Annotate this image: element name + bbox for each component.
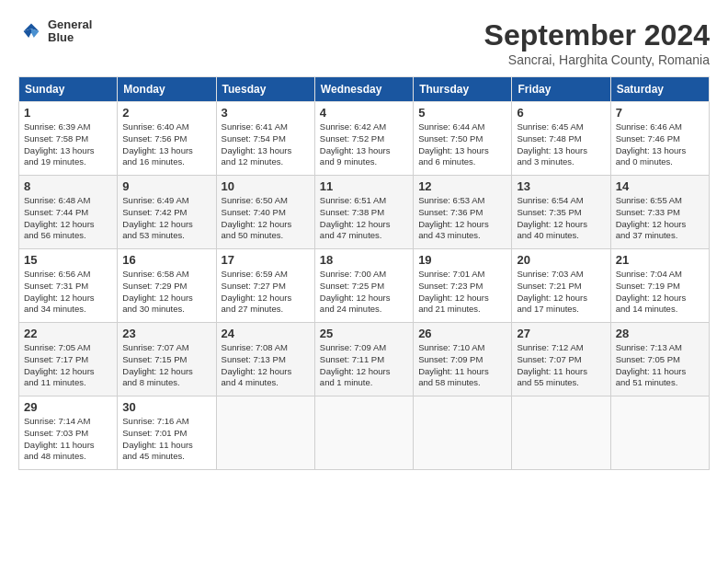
location-subtitle: Sancrai, Harghita County, Romania xyxy=(484,52,710,67)
day-number: 9 xyxy=(122,179,210,193)
calendar-cell: 16Sunrise: 6:58 AM Sunset: 7:29 PM Dayli… xyxy=(118,249,216,323)
calendar-cell: 6Sunrise: 6:45 AM Sunset: 7:48 PM Daylig… xyxy=(512,102,610,176)
calendar-cell: 21Sunrise: 7:04 AM Sunset: 7:19 PM Dayli… xyxy=(610,249,709,323)
day-info: Sunrise: 7:03 AM Sunset: 7:21 PM Dayligh… xyxy=(517,269,605,316)
day-info: Sunrise: 6:45 AM Sunset: 7:48 PM Dayligh… xyxy=(517,121,605,168)
day-info: Sunrise: 7:16 AM Sunset: 7:01 PM Dayligh… xyxy=(122,416,210,463)
calendar-cell: 10Sunrise: 6:50 AM Sunset: 7:40 PM Dayli… xyxy=(216,176,314,249)
calendar-cell: 12Sunrise: 6:53 AM Sunset: 7:36 PM Dayli… xyxy=(414,176,512,249)
day-number: 5 xyxy=(418,106,506,120)
day-number: 25 xyxy=(320,327,408,340)
calendar-cell: 28Sunrise: 7:13 AM Sunset: 7:05 PM Dayli… xyxy=(610,323,709,396)
day-number: 21 xyxy=(616,253,704,267)
day-info: Sunrise: 6:46 AM Sunset: 7:46 PM Dayligh… xyxy=(616,121,704,168)
day-info: Sunrise: 6:54 AM Sunset: 7:35 PM Dayligh… xyxy=(517,195,605,242)
day-info: Sunrise: 6:39 AM Sunset: 7:58 PM Dayligh… xyxy=(24,121,112,168)
page-header: General Blue September 2024 Sancrai, Har… xyxy=(18,18,710,67)
day-number: 18 xyxy=(320,253,408,267)
day-info: Sunrise: 7:08 AM Sunset: 7:13 PM Dayligh… xyxy=(222,342,310,389)
day-info: Sunrise: 7:04 AM Sunset: 7:19 PM Dayligh… xyxy=(616,269,704,316)
calendar-cell: 27Sunrise: 7:12 AM Sunset: 7:07 PM Dayli… xyxy=(512,323,610,396)
svg-marker-1 xyxy=(31,29,39,38)
day-number: 11 xyxy=(320,179,408,193)
day-number: 8 xyxy=(24,179,112,193)
day-number: 29 xyxy=(24,400,112,414)
day-number: 24 xyxy=(222,327,310,340)
day-info: Sunrise: 6:40 AM Sunset: 7:56 PM Dayligh… xyxy=(122,121,210,168)
calendar-cell: 20Sunrise: 7:03 AM Sunset: 7:21 PM Dayli… xyxy=(512,249,610,323)
day-number: 30 xyxy=(122,400,210,414)
day-info: Sunrise: 7:12 AM Sunset: 7:07 PM Dayligh… xyxy=(517,342,605,389)
day-number: 1 xyxy=(24,106,112,120)
logo: General Blue xyxy=(18,18,92,45)
day-info: Sunrise: 7:05 AM Sunset: 7:17 PM Dayligh… xyxy=(24,342,112,389)
calendar-cell xyxy=(314,396,413,470)
day-number: 17 xyxy=(222,253,310,267)
weekday-header: Friday xyxy=(512,77,610,102)
day-info: Sunrise: 7:00 AM Sunset: 7:25 PM Dayligh… xyxy=(320,269,408,316)
calendar-cell: 24Sunrise: 7:08 AM Sunset: 7:13 PM Dayli… xyxy=(216,323,314,396)
calendar-cell: 13Sunrise: 6:54 AM Sunset: 7:35 PM Dayli… xyxy=(512,176,610,249)
day-number: 27 xyxy=(517,327,605,340)
day-number: 12 xyxy=(418,179,506,193)
day-info: Sunrise: 7:13 AM Sunset: 7:05 PM Dayligh… xyxy=(616,342,704,389)
day-number: 23 xyxy=(122,327,210,340)
calendar-cell: 15Sunrise: 6:56 AM Sunset: 7:31 PM Dayli… xyxy=(19,249,118,323)
day-number: 28 xyxy=(616,327,704,340)
day-number: 4 xyxy=(320,106,408,120)
day-number: 22 xyxy=(24,327,112,340)
calendar-cell xyxy=(414,396,512,470)
calendar-cell: 7Sunrise: 6:46 AM Sunset: 7:46 PM Daylig… xyxy=(610,102,709,176)
calendar-cell: 26Sunrise: 7:10 AM Sunset: 7:09 PM Dayli… xyxy=(414,323,512,396)
day-info: Sunrise: 6:50 AM Sunset: 7:40 PM Dayligh… xyxy=(222,195,310,242)
day-info: Sunrise: 6:42 AM Sunset: 7:52 PM Dayligh… xyxy=(320,121,408,168)
day-info: Sunrise: 6:55 AM Sunset: 7:33 PM Dayligh… xyxy=(616,195,704,242)
logo-text: General Blue xyxy=(48,18,92,45)
day-info: Sunrise: 6:58 AM Sunset: 7:29 PM Dayligh… xyxy=(122,269,210,316)
calendar-cell: 3Sunrise: 6:41 AM Sunset: 7:54 PM Daylig… xyxy=(216,102,314,176)
calendar-cell: 4Sunrise: 6:42 AM Sunset: 7:52 PM Daylig… xyxy=(314,102,413,176)
day-number: 20 xyxy=(517,253,605,267)
calendar-cell xyxy=(512,396,610,470)
calendar-cell: 9Sunrise: 6:49 AM Sunset: 7:42 PM Daylig… xyxy=(118,176,216,249)
calendar-cell: 17Sunrise: 6:59 AM Sunset: 7:27 PM Dayli… xyxy=(216,249,314,323)
calendar-cell xyxy=(610,396,709,470)
day-number: 3 xyxy=(222,106,310,120)
calendar-cell: 11Sunrise: 6:51 AM Sunset: 7:38 PM Dayli… xyxy=(314,176,413,249)
calendar-cell: 30Sunrise: 7:16 AM Sunset: 7:01 PM Dayli… xyxy=(118,396,216,470)
calendar-cell: 23Sunrise: 7:07 AM Sunset: 7:15 PM Dayli… xyxy=(118,323,216,396)
day-info: Sunrise: 6:44 AM Sunset: 7:50 PM Dayligh… xyxy=(418,121,506,168)
day-number: 7 xyxy=(616,106,704,120)
month-title: September 2024 xyxy=(484,18,710,52)
weekday-header: Tuesday xyxy=(216,77,314,102)
logo-icon xyxy=(18,18,44,44)
day-info: Sunrise: 7:14 AM Sunset: 7:03 PM Dayligh… xyxy=(24,416,112,463)
day-number: 2 xyxy=(122,106,210,120)
day-number: 10 xyxy=(222,179,310,193)
calendar-cell: 29Sunrise: 7:14 AM Sunset: 7:03 PM Dayli… xyxy=(19,396,118,470)
calendar-cell: 14Sunrise: 6:55 AM Sunset: 7:33 PM Dayli… xyxy=(610,176,709,249)
day-info: Sunrise: 6:59 AM Sunset: 7:27 PM Dayligh… xyxy=(222,269,310,316)
day-number: 14 xyxy=(616,179,704,193)
day-info: Sunrise: 6:51 AM Sunset: 7:38 PM Dayligh… xyxy=(320,195,408,242)
day-number: 26 xyxy=(418,327,506,340)
day-number: 19 xyxy=(418,253,506,267)
weekday-header: Saturday xyxy=(610,77,709,102)
day-info: Sunrise: 7:07 AM Sunset: 7:15 PM Dayligh… xyxy=(122,342,210,389)
day-info: Sunrise: 6:49 AM Sunset: 7:42 PM Dayligh… xyxy=(122,195,210,242)
day-info: Sunrise: 7:01 AM Sunset: 7:23 PM Dayligh… xyxy=(418,269,506,316)
weekday-header: Monday xyxy=(118,77,216,102)
calendar-cell: 25Sunrise: 7:09 AM Sunset: 7:11 PM Dayli… xyxy=(314,323,413,396)
calendar-cell: 19Sunrise: 7:01 AM Sunset: 7:23 PM Dayli… xyxy=(414,249,512,323)
weekday-header: Wednesday xyxy=(314,77,413,102)
day-info: Sunrise: 7:09 AM Sunset: 7:11 PM Dayligh… xyxy=(320,342,408,389)
day-number: 13 xyxy=(517,179,605,193)
weekday-header: Sunday xyxy=(19,77,118,102)
day-info: Sunrise: 6:41 AM Sunset: 7:54 PM Dayligh… xyxy=(222,121,310,168)
calendar-cell: 2Sunrise: 6:40 AM Sunset: 7:56 PM Daylig… xyxy=(118,102,216,176)
calendar-cell: 1Sunrise: 6:39 AM Sunset: 7:58 PM Daylig… xyxy=(19,102,118,176)
svg-marker-2 xyxy=(24,29,31,38)
calendar-cell: 22Sunrise: 7:05 AM Sunset: 7:17 PM Dayli… xyxy=(19,323,118,396)
day-info: Sunrise: 7:10 AM Sunset: 7:09 PM Dayligh… xyxy=(418,342,506,389)
calendar-table: SundayMondayTuesdayWednesdayThursdayFrid… xyxy=(18,76,710,470)
